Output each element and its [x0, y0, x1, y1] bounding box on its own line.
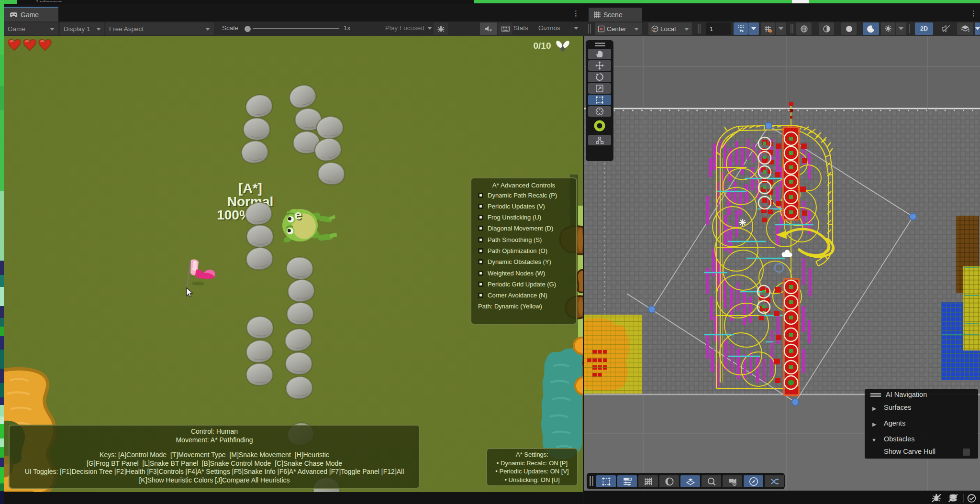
svg-text:[A*]: [A*] [238, 181, 262, 196]
svg-text:0/10: 0/10 [534, 41, 551, 51]
svg-text:e: e [294, 208, 302, 222]
